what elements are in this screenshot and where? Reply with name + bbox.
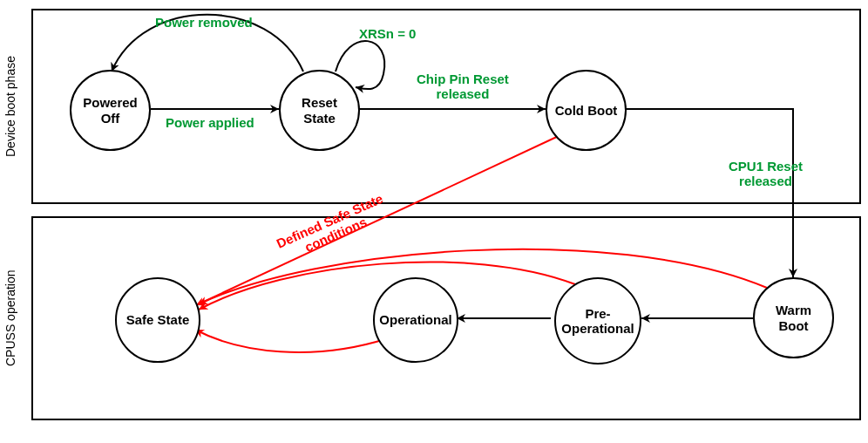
node-operational: Operational: [373, 277, 458, 363]
node-warm-boot: WarmBoot: [753, 277, 834, 358]
label-chip-pin-reset: Chip Pin Resetreleased: [417, 72, 509, 102]
node-safe-state: Safe State: [115, 277, 200, 363]
node-cold-boot: Cold Boot: [546, 70, 627, 151]
label-cpu1-reset: CPU1 Resetreleased: [729, 159, 803, 189]
state-diagram: Device boot phase CPUSS operation: [0, 0, 868, 443]
label-power-applied: Power applied: [166, 115, 254, 130]
label-power-removed: Power removed: [155, 15, 253, 30]
swimlane-boot-label: Device boot phase: [3, 9, 26, 204]
swimlane-cpuss-label: CPUSS operation: [3, 216, 26, 420]
label-xrsn: XRSn = 0: [359, 26, 416, 41]
node-pre-operational: Pre-Operational: [554, 277, 641, 365]
node-powered-off: PoweredOff: [70, 70, 151, 151]
node-reset-state: ResetState: [279, 70, 360, 151]
